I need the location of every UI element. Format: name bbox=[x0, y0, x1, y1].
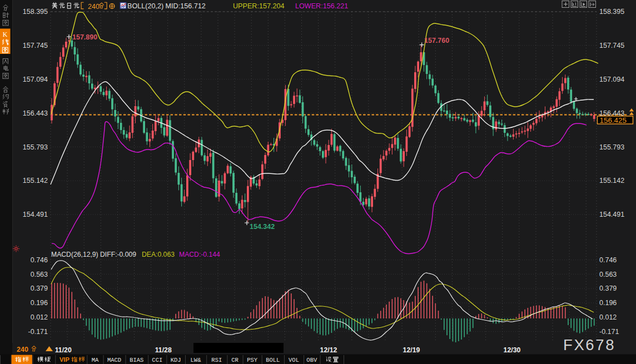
svg-text:155.142: 155.142 bbox=[599, 177, 624, 185]
svg-text:0.196: 0.196 bbox=[599, 299, 617, 307]
svg-text:VOL: VOL bbox=[289, 357, 299, 363]
svg-text:157.094: 157.094 bbox=[23, 76, 48, 83]
svg-text:K: K bbox=[3, 31, 8, 38]
svg-text:VIP: VIP bbox=[59, 356, 69, 363]
svg-text:OBV: OBV bbox=[306, 357, 317, 363]
svg-text:MACD:-0.144: MACD:-0.144 bbox=[179, 251, 220, 258]
svg-text:157.760: 157.760 bbox=[424, 37, 449, 44]
svg-text:157.745: 157.745 bbox=[23, 42, 48, 49]
svg-text:12/12: 12/12 bbox=[320, 346, 337, 354]
svg-text:FX678: FX678 bbox=[563, 336, 615, 353]
svg-text:156.443: 156.443 bbox=[23, 109, 48, 117]
svg-text:157.094: 157.094 bbox=[599, 76, 624, 83]
svg-text:154.491: 154.491 bbox=[599, 211, 624, 218]
svg-text:UPPER:157.204: UPPER:157.204 bbox=[233, 2, 284, 10]
svg-text:LW&: LW& bbox=[191, 357, 202, 363]
svg-text:-0.171: -0.171 bbox=[599, 328, 619, 336]
svg-text:BOLL(20,2) MID:156.712: BOLL(20,2) MID:156.712 bbox=[127, 2, 206, 10]
svg-text:RSI: RSI bbox=[211, 357, 222, 363]
svg-text:12/30: 12/30 bbox=[504, 346, 521, 354]
svg-text:155.793: 155.793 bbox=[23, 143, 48, 151]
svg-text:11/28: 11/28 bbox=[155, 346, 172, 354]
svg-text:12/19: 12/19 bbox=[403, 346, 420, 354]
svg-text:CCI: CCI bbox=[152, 357, 162, 363]
svg-text:PSY: PSY bbox=[247, 357, 258, 363]
svg-text:240: 240 bbox=[17, 346, 28, 353]
svg-text:DEA:0.063: DEA:0.063 bbox=[142, 251, 175, 258]
svg-text:0.012: 0.012 bbox=[599, 313, 617, 321]
svg-text:154.491: 154.491 bbox=[23, 211, 48, 218]
svg-text:0.563: 0.563 bbox=[599, 271, 617, 278]
svg-text:-0.171: -0.171 bbox=[28, 328, 48, 336]
svg-text:0.379: 0.379 bbox=[31, 285, 48, 292]
svg-text:0.563: 0.563 bbox=[31, 271, 48, 278]
svg-text:0.196: 0.196 bbox=[31, 299, 48, 307]
svg-text:MA: MA bbox=[92, 357, 99, 363]
svg-text:11/20: 11/20 bbox=[55, 346, 72, 354]
svg-text:0.379: 0.379 bbox=[599, 285, 617, 292]
svg-text:154.342: 154.342 bbox=[250, 223, 275, 231]
svg-text:MACD(26,12,9) DIFF:-0.009: MACD(26,12,9) DIFF:-0.009 bbox=[51, 251, 136, 258]
svg-text:158.395: 158.395 bbox=[599, 8, 624, 16]
svg-text:157.890: 157.890 bbox=[72, 33, 97, 41]
svg-text:LOWER:156.221: LOWER:156.221 bbox=[295, 2, 348, 10]
svg-text:0.012: 0.012 bbox=[31, 313, 48, 321]
svg-text:157.745: 157.745 bbox=[599, 42, 624, 49]
svg-text:CR: CR bbox=[231, 357, 238, 363]
svg-text:155.793: 155.793 bbox=[599, 143, 624, 151]
svg-text:155.142: 155.142 bbox=[23, 177, 48, 185]
svg-text:BIAS: BIAS bbox=[130, 357, 143, 363]
svg-text:KDJ: KDJ bbox=[171, 357, 181, 363]
svg-text:BOLL: BOLL bbox=[266, 357, 280, 363]
svg-text:156.425: 156.425 bbox=[600, 116, 627, 124]
svg-text:0.746: 0.746 bbox=[31, 256, 48, 264]
svg-text:MACD: MACD bbox=[107, 357, 121, 363]
svg-text:240: 240 bbox=[88, 3, 100, 11]
svg-text:158.395: 158.395 bbox=[23, 8, 48, 16]
svg-text:0.746: 0.746 bbox=[599, 256, 617, 264]
